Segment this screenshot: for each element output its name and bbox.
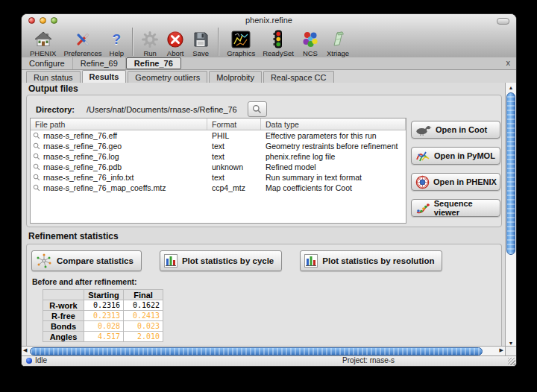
table-row[interactable]: rnase-s_refine_76.log text phenix.refine… <box>31 151 406 162</box>
toolbar-label: ReadySet <box>263 49 294 57</box>
phenix-refine-window: phenix.refine PHENIX Preferences ? Help <box>21 13 517 367</box>
pymol-ribbon-icon <box>415 149 430 162</box>
titlebar[interactable]: phenix.refine <box>22 14 516 26</box>
toolbar-button-abort[interactable]: Abort <box>163 28 188 57</box>
bar-chart-icon <box>164 254 178 268</box>
toolbar-button-ncs[interactable]: NCS <box>298 28 323 57</box>
button-label: Compare statistics <box>57 256 134 265</box>
col-file-path[interactable]: File path <box>31 118 207 130</box>
toolbar-button-phenix[interactable]: PHENIX <box>26 28 60 57</box>
search-icon <box>33 153 40 160</box>
button-label: Plot statistics by resolution <box>322 256 434 265</box>
table-row[interactable]: rnase-s_refine_76_info.txt text Run summ… <box>31 172 406 183</box>
output-files-table[interactable]: File path Format Data type rnase-s_refin… <box>30 118 406 224</box>
file-path: rnase-s_refine_76_map_coeffs.mtz <box>43 183 166 192</box>
stat-final-value: 2.010 <box>124 332 163 342</box>
plot-statistics-by-resolution-button[interactable]: Plot statistics by resolution <box>300 250 442 271</box>
toolbar-toggle-button[interactable] <box>497 18 509 25</box>
toolbar-button-xtriage[interactable]: Xtriage <box>323 28 353 57</box>
status-bar: Idle Project: rnase-s <box>22 355 516 366</box>
file-data-type: Refined model <box>261 162 406 171</box>
stat-final-value: 0.023 <box>124 321 163 332</box>
refinement-statistics-heading: Refinement statistics <box>28 231 119 241</box>
file-data-type: Run summary in text format <box>261 173 406 182</box>
search-icon <box>33 174 40 181</box>
resize-grip[interactable] <box>508 358 515 365</box>
toolbar-label: Graphics <box>227 49 255 57</box>
subtab-real-space-cc[interactable]: Real-space CC <box>263 71 334 83</box>
directory-label: Directory: <box>36 105 75 114</box>
abort-icon <box>166 30 184 49</box>
toolbar-button-help[interactable]: ? Help <box>106 28 128 57</box>
vertical-scrollbar[interactable]: ▲ ▼ <box>505 83 516 347</box>
save-icon <box>192 30 210 49</box>
toolbar-button-graphics[interactable]: Graphics <box>223 28 259 57</box>
window-title: phenix.refine <box>22 16 516 25</box>
status-text: Idle <box>35 356 47 364</box>
toolbar-button-save[interactable]: Save <box>188 28 213 57</box>
subtab-results[interactable]: Results <box>82 70 127 83</box>
subtab-run-status[interactable]: Run status <box>26 71 81 83</box>
compare-statistics-button[interactable]: Compare statistics <box>31 250 142 271</box>
stat-starting-value: 0.028 <box>84 321 124 332</box>
status-indicator-icon <box>26 358 32 364</box>
tab-close-icon[interactable]: x <box>506 58 511 67</box>
subtab-geometry-outliers[interactable]: Geometry outliers <box>128 71 207 83</box>
table-row[interactable]: rnase-s_refine_76_map_coeffs.mtz ccp4_mt… <box>31 183 406 193</box>
col-data-type[interactable]: Data type <box>261 118 406 130</box>
file-data-type: Map coefficients for Coot <box>261 183 406 192</box>
vertical-scrollbar-thumb[interactable] <box>506 92 515 255</box>
file-format: text <box>207 173 261 182</box>
table-header[interactable]: File path Format Data type <box>31 118 406 130</box>
scroll-left-icon[interactable]: ◀ <box>23 347 27 353</box>
table-row[interactable]: rnase-s_refine_76.pdb unknown Refined mo… <box>31 162 406 172</box>
table-row[interactable]: rnase-s_refine_76.geo text Geometry rest… <box>31 141 406 151</box>
tools-icon <box>74 30 92 49</box>
file-path: rnase-s_refine_76.log <box>43 152 119 161</box>
stat-starting-value: 4.517 <box>84 332 124 342</box>
toolbar-label: PHENIX <box>30 49 56 57</box>
scroll-up-icon[interactable]: ▲ <box>506 83 516 92</box>
toolbar-separator <box>218 28 219 56</box>
open-in-coot-button[interactable]: Open in Coot <box>411 121 500 139</box>
search-icon <box>33 132 40 139</box>
open-in-pymol-button[interactable]: Open in PyMOL <box>411 147 500 165</box>
file-path: rnase-s_refine_76.eff <box>43 131 117 140</box>
horizontal-scrollbar[interactable]: ◀ ▶ <box>22 346 506 356</box>
sequence-icon <box>415 202 430 215</box>
horizontal-scrollbar-thumb[interactable] <box>30 347 483 355</box>
main-tab-bar: Configure Refine_69 Refine_76 x <box>22 57 516 70</box>
subtab-molprobity[interactable]: Molprobity <box>209 71 262 83</box>
file-format: text <box>207 142 261 151</box>
results-panel: Output files Directory: /Users/nat/Docum… <box>22 83 516 347</box>
sequence-viewer-button[interactable]: Sequence viewer <box>411 199 500 217</box>
plot-statistics-by-cycle-button[interactable]: Plot statistics by cycle <box>160 250 282 271</box>
browse-directory-button[interactable] <box>248 101 267 117</box>
file-data-type: Geometry restraints before refinement <box>261 142 406 151</box>
file-format: ccp4_mtz <box>207 183 261 192</box>
ncs-icon <box>301 30 319 49</box>
tab-configure[interactable]: Configure <box>22 57 73 69</box>
tab-refine-76[interactable]: Refine_76 <box>126 57 181 69</box>
graphics-icon <box>231 30 251 49</box>
table-row[interactable]: rnase-s_refine_76.eff PHIL Effective par… <box>31 130 406 141</box>
stat-starting-value: 0.2316 <box>84 300 124 311</box>
toolbar-button-preferences[interactable]: Preferences <box>60 28 105 57</box>
toolbar-button-run[interactable]: Run <box>137 28 163 57</box>
file-format: text <box>207 152 261 161</box>
file-path: rnase-s_refine_76_info.txt <box>43 173 134 182</box>
col-format[interactable]: Format <box>207 118 261 130</box>
tab-refine-69[interactable]: Refine_69 <box>73 57 126 69</box>
toolbar-separator <box>132 28 133 56</box>
toolbar-button-readyset[interactable]: ReadySet <box>259 28 298 57</box>
open-in-phenix-button[interactable]: Open in PHENIX <box>411 173 500 191</box>
gear-icon <box>141 30 159 49</box>
compare-graph-icon <box>36 253 52 269</box>
scroll-right-icon[interactable]: ▶ <box>500 347 503 353</box>
button-label: Plot statistics by cycle <box>182 256 274 265</box>
button-label: Open in PyMOL <box>434 151 495 160</box>
directory-path: /Users/nat/Documents/rnase-s/Refine_76 <box>87 105 237 114</box>
open-file-actions: Open in Coot Open in PyMOL Open in PHENI… <box>411 121 500 225</box>
stat-label: Angles <box>43 332 84 342</box>
file-data-type: phenix.refine log file <box>261 152 406 161</box>
